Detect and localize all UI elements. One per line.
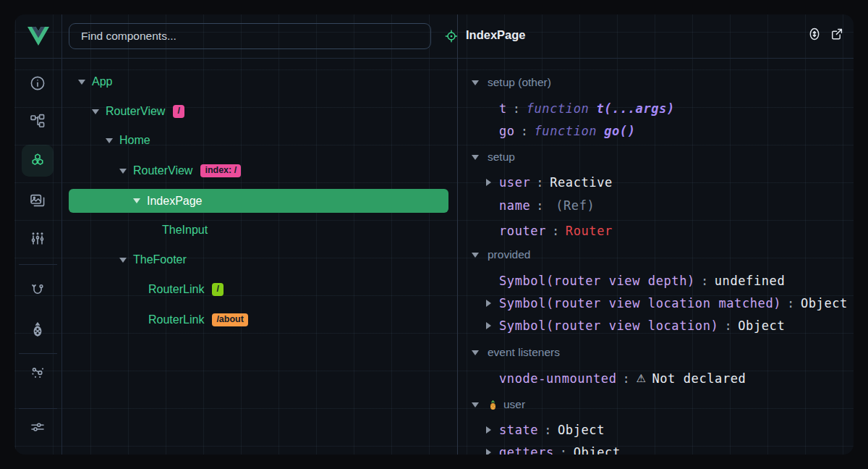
tree-row-app[interactable]: App [61, 70, 456, 93]
route-badge: / [173, 105, 184, 118]
info-icon [29, 75, 46, 92]
state-row-t[interactable]: t : function t(...args) [459, 98, 854, 119]
collapse-arrow-icon [472, 402, 479, 407]
state-row-name[interactable]: name : (Ref) [459, 195, 854, 216]
state-value: Object [558, 423, 605, 437]
expand-arrow-icon[interactable] [486, 300, 491, 307]
component-label: RouterView [133, 164, 192, 177]
section-setup-other[interactable]: setup (other) [459, 73, 854, 92]
state-key: Symbol(router view location) [499, 318, 718, 333]
tree-row-theinput[interactable]: TheInput [61, 219, 456, 242]
state-row-router-view-depth[interactable]: Symbol(router view depth) : undefined [459, 270, 854, 292]
expand-arrow-icon[interactable] [486, 426, 491, 434]
panel-splitter[interactable] [457, 14, 458, 455]
sidebar-item-settings[interactable] [22, 411, 54, 443]
colon: : [513, 101, 521, 116]
expand-arrow-icon[interactable] [486, 322, 491, 329]
state-row-router[interactable]: router : Router [459, 220, 854, 242]
collapse-arrow-icon[interactable] [106, 138, 113, 143]
sidebar-item-components[interactable] [22, 145, 54, 177]
warning-icon: ⚠ [636, 372, 646, 385]
state-key: router [499, 224, 546, 238]
vue-logo-icon [27, 27, 49, 46]
tree-row-routerview-index[interactable]: RouterView index: / [61, 159, 456, 182]
state-row-router-view-location-matched[interactable]: Symbol(router view location matched) : O… [459, 292, 854, 314]
colon: : [787, 296, 795, 310]
collapse-arrow-icon[interactable] [92, 109, 99, 114]
sidebar-item-assets[interactable] [22, 185, 54, 216]
sidebar-item-timeline[interactable] [22, 223, 54, 255]
component-label: TheInput [162, 224, 208, 237]
open-in-editor-button[interactable] [829, 26, 845, 42]
sidebar-item-overview[interactable] [22, 67, 54, 99]
sidebar-divider [19, 264, 57, 265]
open-in-editor-icon [829, 26, 845, 42]
collapse-arrow-icon[interactable] [78, 80, 85, 85]
tree-row-home[interactable]: Home [61, 129, 456, 152]
state-row-router-view-location[interactable]: Symbol(router view location) : Object [459, 315, 854, 337]
sidebar-item-pinia[interactable] [22, 313, 54, 345]
expand-arrow-icon[interactable] [486, 179, 491, 186]
section-provided[interactable]: provided [459, 245, 854, 264]
state-row-vnode-unmounted[interactable]: vnode-unmounted : ⚠ Not declared [459, 368, 854, 389]
scroll-to-component-button[interactable] [807, 26, 822, 42]
sidebar-item-graph[interactable] [22, 358, 54, 389]
function-signature: go() [604, 124, 635, 138]
colon: : [701, 274, 709, 288]
sliders-icon [29, 418, 46, 436]
sidebar-divider [19, 408, 57, 409]
inspected-component-title: IndexPage [466, 28, 526, 42]
state-value: undefined [715, 274, 786, 288]
pineapple-icon [488, 400, 498, 410]
component-label: RouterLink [148, 313, 204, 326]
state-key: t [499, 101, 507, 116]
colon: : [724, 318, 732, 333]
state-row-user[interactable]: user : Reactive [459, 172, 854, 193]
section-label: provided [488, 248, 530, 261]
node-graph-icon [29, 365, 46, 382]
component-label: App [92, 75, 112, 88]
expand-arrow-icon[interactable] [486, 449, 491, 455]
vue-logo [14, 14, 61, 58]
component-tree-panel: App RouterView / Home RouterView index: … [61, 14, 456, 455]
sidebar-divider [19, 353, 57, 354]
state-value-meta: (Ref) [556, 198, 595, 213]
components-hexagons-icon [29, 152, 46, 169]
search-input[interactable] [69, 23, 431, 49]
state-key: vnode-unmounted [499, 371, 617, 386]
colon: : [544, 423, 552, 437]
state-row-getters[interactable]: getters : Object [459, 441, 854, 455]
collapse-arrow-icon[interactable] [119, 258, 127, 263]
tree-row-routerlink-about[interactable]: RouterLink /about [61, 308, 456, 331]
function-signature: t(...args) [596, 101, 674, 116]
route-badge: /about [212, 313, 248, 326]
section-setup[interactable]: setup [459, 148, 854, 166]
images-icon [29, 192, 46, 209]
section-label: event listeners [488, 346, 560, 359]
tree-row-indexpage-selected[interactable]: IndexPage [69, 189, 448, 213]
state-value: Object [574, 445, 621, 455]
state-row-go[interactable]: go : function go() [459, 120, 854, 142]
state-value: Router [566, 224, 613, 238]
collapse-arrow-icon [472, 155, 479, 160]
route-hook-icon [29, 281, 46, 298]
collapse-arrow-icon[interactable] [133, 198, 140, 203]
state-inspector-panel: IndexPage setup (other) t : function t(.… [459, 14, 854, 455]
state-row-state[interactable]: state : Object [459, 419, 854, 441]
sidebar-item-pages[interactable] [22, 106, 54, 138]
tree-row-routerlink-home[interactable]: RouterLink / [61, 278, 456, 301]
colon: : [552, 224, 560, 238]
section-event-listeners[interactable]: event listeners [459, 343, 854, 362]
section-label: setup [488, 151, 515, 164]
sidebar-item-router[interactable] [22, 274, 54, 305]
section-user-store[interactable]: user [459, 395, 854, 414]
tree-row-routerview[interactable]: RouterView / [61, 100, 456, 123]
collapse-arrow-icon[interactable] [119, 169, 127, 174]
component-label: RouterView [106, 105, 165, 118]
tree-row-thefooter[interactable]: TheFooter [61, 248, 456, 271]
component-label: Home [119, 134, 150, 147]
state-value: Object [738, 318, 785, 333]
pineapple-icon [29, 321, 46, 338]
scroll-to-component-icon [807, 26, 822, 42]
state-value: Object [801, 296, 848, 310]
